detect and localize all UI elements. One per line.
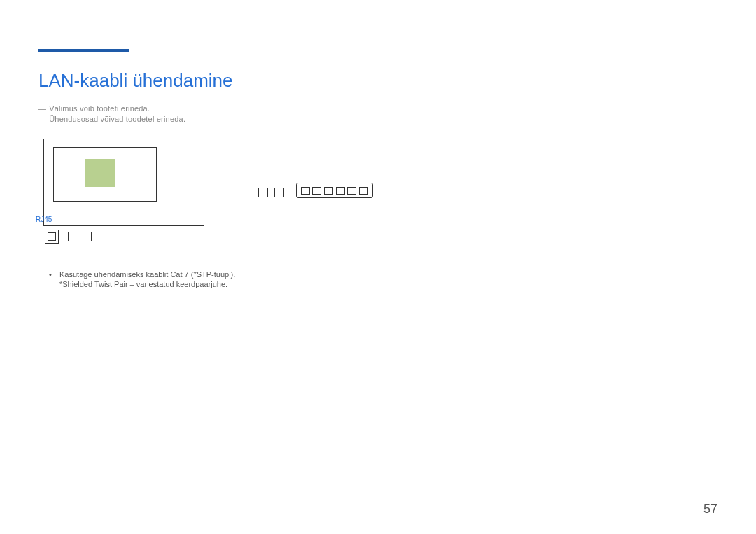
cable-plug-icon [230,188,253,197]
rj45-port-icon [45,230,59,244]
rj45-label: RJ45 [36,216,52,223]
switch-port-icon [301,187,310,195]
content-area: LAN-kaabli ühendamine Välimus võib toote… [38,70,718,288]
rj45-jack-icon [258,188,268,197]
rj45-jack-icon [274,188,284,197]
rj45-port-inner [48,232,56,241]
switch-port-icon [324,187,333,195]
connection-diagram: RJ45 [38,134,718,260]
note-appearance: Välimus võib tooteti erineda. [38,104,718,113]
switch-port-icon [312,187,321,195]
switch-port-icon [359,187,368,195]
page-number: 57 [704,502,718,517]
device-rear-illustration [43,139,204,226]
header-divider [130,50,718,50]
switch-port-icon [336,187,345,195]
instruction-footnote: *Shielded Twist Pair – varjestatud keerd… [52,280,718,288]
page-title: LAN-kaabli ühendamine [38,70,718,92]
header-accent-line [38,49,130,52]
instruction-item: Kasutage ühendamiseks kaablit Cat 7 (*ST… [52,270,718,279]
note-connectors: Ühendusosad võivad toodetel erineda. [38,115,718,123]
cable-plug-icon [68,232,92,241]
switch-port-icon [347,187,356,195]
device-highlight-area [85,159,115,187]
network-switch-illustration [296,183,373,198]
instructions-list: Kasutage ühendamiseks kaablit Cat 7 (*ST… [38,270,718,288]
